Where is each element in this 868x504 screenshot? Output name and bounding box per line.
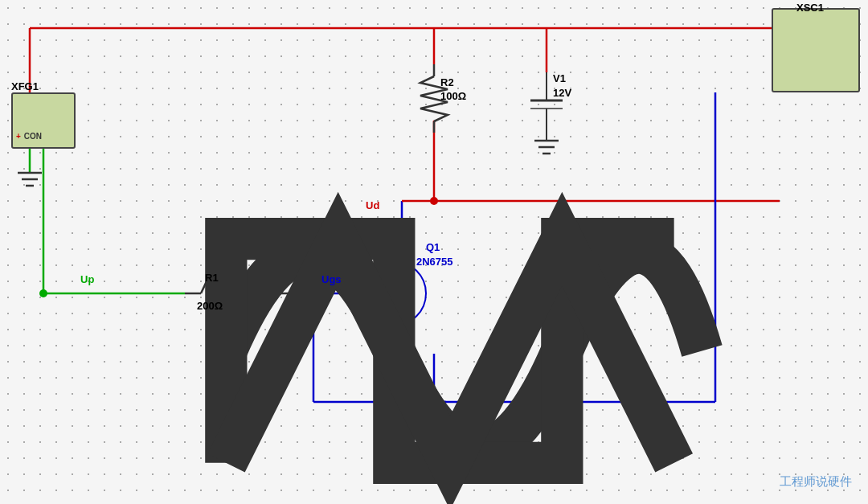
- v1-value: 12V: [553, 87, 571, 99]
- r2-value: 100Ω: [440, 90, 466, 102]
- xfg1-instrument: + CON: [11, 92, 76, 149]
- xfg1-terminals: + CON: [16, 132, 71, 141]
- schematic-canvas: + CON XFG1 G T A B C D: [0, 0, 868, 504]
- watermark: 工程师说硬件: [780, 474, 852, 490]
- svg-point-47: [362, 261, 426, 326]
- r1-value: 200Ω: [197, 300, 223, 312]
- r2-label: R2: [440, 76, 454, 88]
- svg-point-26: [309, 289, 317, 297]
- watermark-text: 工程师说硬件: [780, 474, 852, 488]
- xsc1-label: XSC1: [796, 2, 824, 14]
- svg-point-9: [430, 197, 438, 205]
- ugs-net-label: Ugs: [321, 273, 342, 285]
- svg-point-19: [39, 289, 47, 297]
- up-net-label: Up: [80, 273, 94, 285]
- ud-net-label: Ud: [366, 199, 379, 211]
- com-label: CON: [24, 132, 42, 141]
- xfg1-waveform-icons: [16, 99, 71, 113]
- r1-label: R1: [205, 272, 219, 284]
- xsc1-instrument: G T A B C D: [772, 8, 860, 92]
- q1-model: 2N6755: [416, 256, 453, 268]
- v1-label: V1: [553, 72, 566, 84]
- q1-label: Q1: [426, 241, 440, 253]
- svg-marker-46: [376, 288, 386, 299]
- xfg1-label: XFG1: [11, 80, 39, 92]
